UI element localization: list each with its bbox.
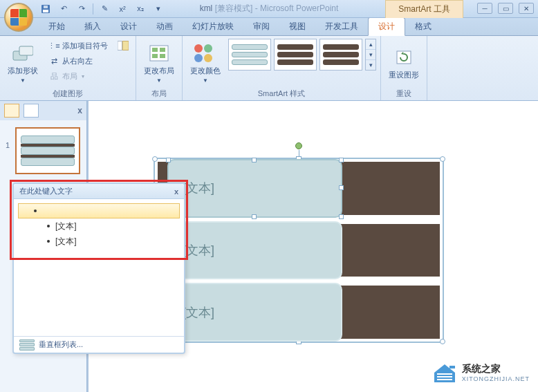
- group-label-styles: SmartArt 样式: [187, 87, 376, 99]
- change-colors-label: 更改颜色: [190, 66, 221, 76]
- window-title: kml [兼容模式] - Microsoft PowerPoint: [200, 3, 339, 15]
- outline-tab[interactable]: [24, 104, 39, 118]
- box-handle[interactable]: [339, 158, 344, 162]
- text-pane-header[interactable]: 在此处键入文字 x: [14, 184, 184, 199]
- tab-smartart-format[interactable]: 格式: [405, 18, 441, 35]
- office-button[interactable]: [4, 3, 33, 32]
- style-thumb-3[interactable]: [319, 39, 362, 71]
- reset-label: 重设图形: [389, 70, 419, 80]
- tab-home[interactable]: 开始: [39, 18, 75, 35]
- tab-insert[interactable]: 插入: [75, 18, 111, 35]
- ribbon-group-layout: 更改布局 ▼ 布局: [136, 36, 183, 100]
- svg-rect-6: [122, 41, 129, 50]
- close-button[interactable]: ✕: [519, 3, 534, 14]
- undo-icon[interactable]: ↶: [57, 2, 71, 16]
- slide-thumb-wrap: 1: [0, 120, 86, 181]
- rtl-icon: ⇄: [48, 55, 59, 66]
- tab-animation[interactable]: 动画: [147, 18, 183, 35]
- gallery-scroll: ▴ ▾ ▾: [365, 39, 376, 71]
- rotate-handle[interactable]: [295, 142, 302, 149]
- smartart-box-2[interactable]: [文本]: [167, 221, 342, 280]
- bullet-icon: [34, 209, 37, 212]
- slide-number: 1: [6, 141, 10, 149]
- box-handle[interactable]: [252, 214, 257, 219]
- smartart-row-2[interactable]: [文本]: [158, 224, 440, 277]
- slides-tab[interactable]: [4, 104, 19, 118]
- resize-handle-tr[interactable]: [440, 156, 445, 162]
- svg-rect-13: [449, 366, 455, 368]
- maximize-button[interactable]: ▭: [498, 3, 513, 14]
- text-pane-body[interactable]: [文本] [文本]: [14, 199, 184, 253]
- bullet-icon: [47, 225, 50, 227]
- smartart-row-3[interactable]: [文本]: [158, 286, 440, 339]
- add-bullets-button[interactable]: ⋮≡添加项目符号: [46, 39, 111, 53]
- app-name: Microsoft PowerPoint: [260, 3, 338, 13]
- quick-access-toolbar: ↶ ↷ ✎ x² x₂ ▾: [39, 2, 165, 16]
- slide-panel-tabs: x: [0, 101, 86, 120]
- add-shape-button[interactable]: 添加形状 ▼: [4, 39, 41, 87]
- resize-handle-tl[interactable]: [152, 156, 158, 162]
- smartart-object[interactable]: ◀ [文本] [文本]: [154, 158, 444, 343]
- layout-name: 垂直框列表...: [39, 339, 83, 350]
- style-gallery: ▴ ▾ ▾: [228, 39, 376, 71]
- box-handle[interactable]: [339, 185, 344, 190]
- text-pane-footer: 垂直框列表...: [14, 336, 184, 353]
- panel-close-icon[interactable]: x: [77, 106, 82, 115]
- tab-view[interactable]: 视图: [279, 18, 315, 35]
- ribbon-tabs: 开始 插入 设计 动画 幻灯片放映 审阅 视图 开发工具 设计 格式: [0, 18, 538, 36]
- ribbon-group-reset: 重设图形 重设: [381, 36, 427, 100]
- change-colors-button[interactable]: 更改颜色 ▼: [187, 39, 224, 87]
- tab-design[interactable]: 设计: [111, 18, 147, 35]
- box-handle[interactable]: [252, 158, 257, 162]
- reset-graphic-button[interactable]: 重设图形: [385, 39, 423, 87]
- tab-review[interactable]: 审阅: [243, 18, 279, 35]
- tab-smartart-design[interactable]: 设计: [368, 17, 405, 36]
- layout-button[interactable]: 品布局▾: [46, 69, 111, 83]
- text-pane-item-3[interactable]: [文本]: [14, 234, 184, 249]
- change-layout-label: 更改布局: [144, 66, 174, 76]
- qat-dropdown-icon[interactable]: ▾: [151, 2, 165, 16]
- text-pane-close-icon[interactable]: x: [174, 187, 178, 196]
- text-pane-item-1[interactable]: [18, 203, 180, 218]
- smartart-box-3[interactable]: [文本]: [167, 283, 342, 342]
- text-pane-toggle[interactable]: [115, 39, 131, 53]
- svg-rect-9: [160, 48, 165, 52]
- resize-handle-br[interactable]: [440, 339, 445, 344]
- svg-rect-11: [160, 54, 165, 58]
- reset-icon: [393, 46, 415, 68]
- gallery-up-icon[interactable]: ▴: [366, 39, 375, 50]
- group-label-reset: 重设: [385, 87, 423, 99]
- rtl-button[interactable]: ⇄从右向左: [46, 54, 111, 68]
- layout-icon: 品: [48, 71, 59, 82]
- change-layout-icon: [148, 42, 170, 64]
- smartart-row-1[interactable]: [文本]: [158, 162, 440, 215]
- text-pane[interactable]: 在此处键入文字 x [文本] [文本] 垂直框列表...: [12, 183, 185, 354]
- slide-thumbnail[interactable]: [15, 127, 80, 174]
- watermark-name: 系统之家: [462, 363, 530, 375]
- subscript-icon[interactable]: x₂: [133, 2, 147, 16]
- change-colors-icon: [194, 42, 216, 64]
- watermark-logo-icon: [432, 362, 458, 384]
- smartart-content: [文本] [文本] [文本]: [158, 162, 440, 339]
- superscript-icon[interactable]: x²: [115, 2, 129, 16]
- box-handle[interactable]: [339, 214, 344, 219]
- svg-rect-2: [44, 6, 48, 8]
- minimize-button[interactable]: ─: [477, 3, 492, 14]
- clear-format-icon[interactable]: ✎: [98, 2, 111, 16]
- change-layout-button[interactable]: 更改布局 ▼: [140, 39, 178, 87]
- compat-mode: [兼容模式]: [215, 3, 253, 13]
- style-thumb-1[interactable]: [228, 39, 271, 71]
- tab-developer[interactable]: 开发工具: [315, 18, 368, 35]
- text-pane-item-2[interactable]: [文本]: [14, 218, 184, 234]
- gallery-more-icon[interactable]: ▾: [366, 60, 375, 70]
- doc-name: kml: [200, 3, 213, 13]
- smartart-box-1[interactable]: [文本]: [167, 159, 342, 218]
- gallery-down-icon[interactable]: ▾: [366, 50, 375, 60]
- save-icon[interactable]: [39, 2, 53, 16]
- ribbon-group-styles: 更改颜色 ▼ ▴ ▾ ▾ SmartArt 样式: [183, 36, 381, 100]
- box-handle[interactable]: [166, 158, 171, 162]
- redo-icon[interactable]: ↷: [75, 2, 89, 16]
- office-logo-icon: [10, 9, 27, 26]
- style-thumb-2[interactable]: [274, 39, 317, 71]
- tab-slideshow[interactable]: 幻灯片放映: [183, 18, 243, 35]
